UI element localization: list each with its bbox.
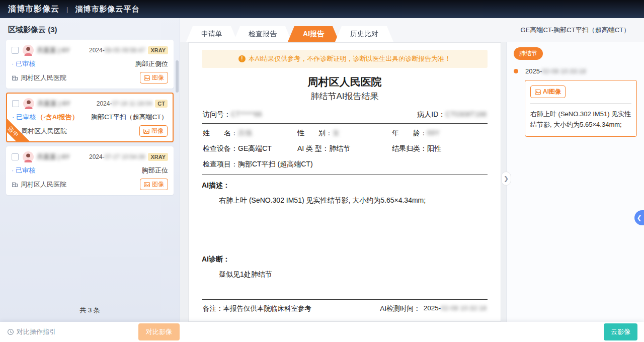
patient-avatar-icon [23, 45, 34, 56]
patient-name: 吕某某 | 6Y [37, 152, 70, 161]
study-checkbox[interactable] [12, 153, 19, 160]
hospital-name: 周村区人民医院 [12, 73, 66, 82]
report-hospital-title: 周村区人民医院 [202, 75, 488, 89]
finding-text: 右肺上叶 (SeNO.302 IM51) 见实性结节影, 大小约为5.65×4.… [530, 109, 631, 130]
hospital-icon [12, 74, 18, 81]
exam-name: 胸部CT平扫（超高端CT） [91, 113, 168, 122]
ai-type-field: AI 类 型：肺结节 [297, 143, 392, 155]
image-icon [144, 75, 150, 81]
ai-report-badge: （·含AI报告） [37, 113, 78, 122]
report-area: ! 本AI结果仅供参考，不作诊断证明，诊断以医生出具的诊断报告为准！ 周村区人民… [180, 42, 506, 322]
total-count: 共 3 条 [0, 306, 180, 315]
brand-separator: | [66, 6, 68, 13]
ai-detect-time: AI检测时间： 2025-02-08 10:32:18 [380, 304, 487, 313]
sidebar-scrollbar[interactable] [176, 60, 179, 93]
study-card-selected[interactable]: 吕某某 | 6Y 2024-07-18 11:18:04 CT ·已审核 （·含… [6, 93, 174, 142]
study-checkbox[interactable] [12, 47, 19, 54]
tab-ai-report[interactable]: AI报告 [288, 26, 339, 42]
study-list-sidebar: 区域影像云 (3) 吕某某 | 6Y 2024-08-05 09:56:47 X… [0, 18, 180, 322]
ai-report-document: ! 本AI结果仅供参考，不作诊断证明，诊断以医生出具的诊断报告为准！ 周村区人民… [188, 42, 501, 322]
ai-description-text: 右肺上叶 (SeNO.302 IM51) 见实性结节影, 大小约为5.65×4.… [219, 195, 488, 206]
tab-application-form[interactable]: 申请单 [186, 26, 237, 42]
study-date: 2024-08-05 09:56:47 [89, 47, 145, 54]
chevron-left-icon: ❮ [636, 214, 641, 221]
finding-timeline-item: 2025-02-08 10:33:18 [514, 67, 637, 75]
ai-diagnosis-label: AI诊断： [202, 255, 488, 264]
tab-history-compare[interactable]: 历史比对 [335, 26, 393, 42]
exam-name: 胸部正侧位 [135, 59, 168, 68]
hospital-name: 周村区人民医院 [12, 180, 66, 189]
tab-exam-report[interactable]: 检查报告 [233, 26, 292, 42]
cloud-image-button[interactable]: 云影像 [604, 323, 637, 340]
sidebar-title: 区域影像云 (3) [0, 18, 180, 40]
warning-icon: ! [238, 55, 246, 62]
compare-guide-link[interactable]: 对比操作指引 [7, 327, 56, 336]
ai-description-section: AI描述： 右肺上叶 (SeNO.302 IM51) 见实性结节影, 大小约为5… [202, 181, 488, 206]
tab-strip: 申请单 检查报告 AI报告 历史比对 GE高端CT-胸部CT平扫（超高端CT） [180, 18, 644, 42]
ai-description-label: AI描述： [202, 181, 488, 190]
ai-diagnosis-section: AI诊断： 疑似见1处肺结节 [202, 255, 488, 280]
view-image-button[interactable]: 图像 [139, 125, 168, 137]
exam-item-field: 检查项目：胸部CT平扫 (超高端CT) [203, 158, 487, 170]
study-card[interactable]: 吕某某 | 6Y 2024-08-05 09:56:47 XRAY ·已审核 胸… [6, 40, 174, 89]
bottom-action-bar: 对比操作指引 对比影像 云影像 [0, 322, 644, 342]
exam-name: 胸部正位 [142, 166, 168, 175]
brand-logo-text: 淄博市影像云 [8, 4, 59, 15]
visit-no: 访问号：CT*****88 [203, 110, 262, 119]
patient-id: 病人ID：CT0308T188 [417, 110, 487, 119]
finding-date: 2025-02-08 10:33:18 [525, 67, 586, 75]
modality-tag: XRAY [148, 46, 168, 54]
patient-name: 吕某某 | 6Y [37, 46, 70, 55]
report-subtitle: 肺结节AI报告结果 [202, 91, 488, 102]
patient-name-field: 姓 名：吕慎 [203, 127, 297, 139]
chevron-right-icon: ❯ [504, 175, 509, 182]
view-image-button[interactable]: 图像 [140, 179, 168, 190]
image-icon [535, 89, 541, 95]
ai-diagnosis-text: 疑似见1处肺结节 [219, 269, 488, 280]
report-footer: 备注：本报告仅供本院临床科室参考 AI检测时间： 2025-02-08 10:3… [202, 299, 488, 316]
modality-tag: XRAY [148, 153, 168, 161]
patient-name: 吕某某 | 6Y [37, 99, 70, 108]
image-icon [144, 182, 150, 188]
study-checkbox[interactable] [12, 100, 19, 107]
study-date: 2024-07-27 10:54:38 [89, 153, 145, 160]
patient-avatar-icon [23, 98, 34, 109]
current-exam-title: GE高端CT-胸部CT平扫（超高端CT） [521, 18, 630, 42]
patient-age-field: 年 龄：69Y [392, 127, 487, 139]
platform-title: 淄博市影像云平台 [75, 5, 139, 14]
image-icon [143, 128, 149, 134]
patient-info-table: 访问号：CT*****88 病人ID：CT0308T188 姓 名：吕慎 性 别… [202, 110, 488, 175]
device-field: 检查设备：GE高端CT [203, 143, 297, 155]
patient-avatar-icon [23, 151, 34, 162]
nodule-type-tag: 肺结节 [514, 47, 543, 60]
disclaimer-banner: ! 本AI结果仅供参考，不作诊断证明，诊断以医生出具的诊断报告为准！ [202, 50, 488, 68]
audit-status: ·已审核 [12, 59, 35, 68]
modality-tag: CT [155, 100, 168, 108]
patient-sex-field: 性 别：女 [297, 127, 392, 139]
report-note: 备注：本报告仅供本院临床科室参考 [203, 304, 311, 313]
result-class-field: 结果归类：阳性 [392, 143, 487, 155]
findings-panel: 肺结节 2025-02-08 10:33:18 AI图像 右肺上叶 (SeNO.… [506, 42, 644, 322]
collapse-right-panel-button[interactable]: ❯ [501, 172, 511, 186]
audit-status: ·已审核 [12, 166, 35, 175]
view-image-button[interactable]: 图像 [140, 72, 168, 83]
study-card[interactable]: 吕某某 | 6Y 2024-07-27 10:54:38 XRAY ·已审核 胸… [6, 146, 174, 195]
app-header: 淄博市影像云 | 淄博市影像云平台 [0, 0, 644, 18]
ai-finding-card: AI图像 右肺上叶 (SeNO.302 IM51) 见实性结节影, 大小约为5.… [525, 80, 637, 137]
timeline-dot-icon [514, 69, 518, 73]
audit-status: ·已审核 [12, 113, 36, 122]
guide-icon [7, 328, 14, 335]
ai-image-button[interactable]: AI图像 [530, 86, 566, 98]
hospital-icon [12, 181, 18, 188]
compare-images-button[interactable]: 对比影像 [138, 323, 180, 340]
study-date: 2024-07-18 11:18:04 [97, 100, 152, 107]
